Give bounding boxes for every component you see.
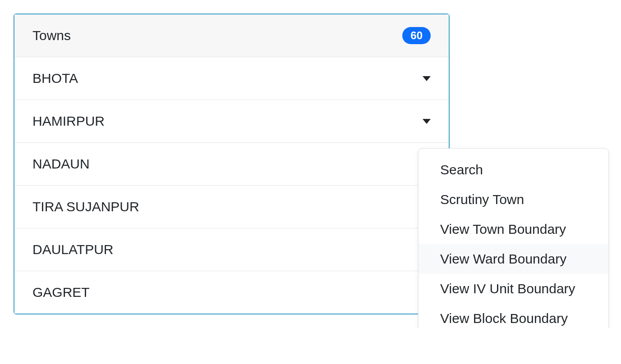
panel-header: Towns 60 xyxy=(14,14,449,57)
town-name: NADAUN xyxy=(32,156,90,172)
town-list-item[interactable]: BHOTA xyxy=(14,57,449,100)
town-list-item[interactable]: NADAUN xyxy=(14,143,449,186)
dropdown-item[interactable]: View Block Boundary xyxy=(419,304,608,328)
town-name: BHOTA xyxy=(32,71,78,86)
town-list-item[interactable]: GAGRET xyxy=(14,271,449,314)
dropdown-item[interactable]: Scrutiny Town xyxy=(419,185,608,214)
dropdown-item[interactable]: Search xyxy=(419,155,608,185)
towns-list: BHOTAHAMIRPURNADAUNTIRA SUJANPURDAULATPU… xyxy=(14,57,449,314)
dropdown-item[interactable]: View Town Boundary xyxy=(419,214,608,244)
caret-down-icon[interactable] xyxy=(423,119,431,124)
caret-down-icon[interactable] xyxy=(423,76,431,81)
town-name: TIRA SUJANPUR xyxy=(32,199,139,214)
towns-panel: Towns 60 BHOTAHAMIRPURNADAUNTIRA SUJANPU… xyxy=(14,14,450,314)
panel-title: Towns xyxy=(32,28,71,43)
town-list-item[interactable]: HAMIRPUR xyxy=(14,100,449,143)
town-name: GAGRET xyxy=(32,285,90,300)
dropdown-item[interactable]: View Ward Boundary xyxy=(419,244,608,274)
dropdown-item[interactable]: View IV Unit Boundary xyxy=(419,274,608,304)
town-name: DAULATPUR xyxy=(32,242,113,257)
town-list-item[interactable]: DAULATPUR xyxy=(14,228,449,271)
town-name: HAMIRPUR xyxy=(32,114,105,129)
context-menu: SearchScrutiny TownView Town BoundaryVie… xyxy=(418,148,609,328)
town-list-item[interactable]: TIRA SUJANPUR xyxy=(14,186,449,228)
count-badge: 60 xyxy=(402,27,431,44)
